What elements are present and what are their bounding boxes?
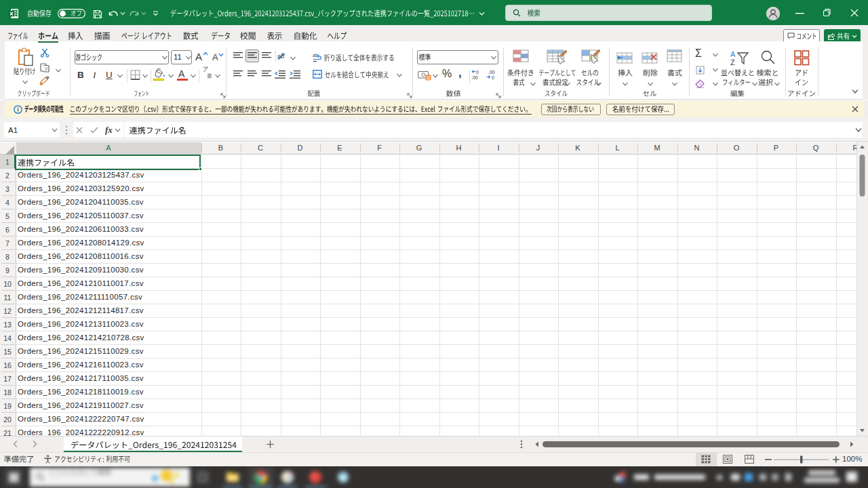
svg-text:Z: Z bbox=[730, 58, 735, 66]
svg-text:.00: .00 bbox=[471, 75, 478, 80]
svg-text:ab: ab bbox=[277, 53, 284, 60]
svg-text:0: 0 bbox=[492, 75, 494, 80]
svg-text:A: A bbox=[730, 50, 736, 58]
svg-text:ab: ab bbox=[313, 53, 318, 58]
svg-text:.00: .00 bbox=[488, 70, 495, 75]
svg-text:0: 0 bbox=[476, 70, 479, 75]
